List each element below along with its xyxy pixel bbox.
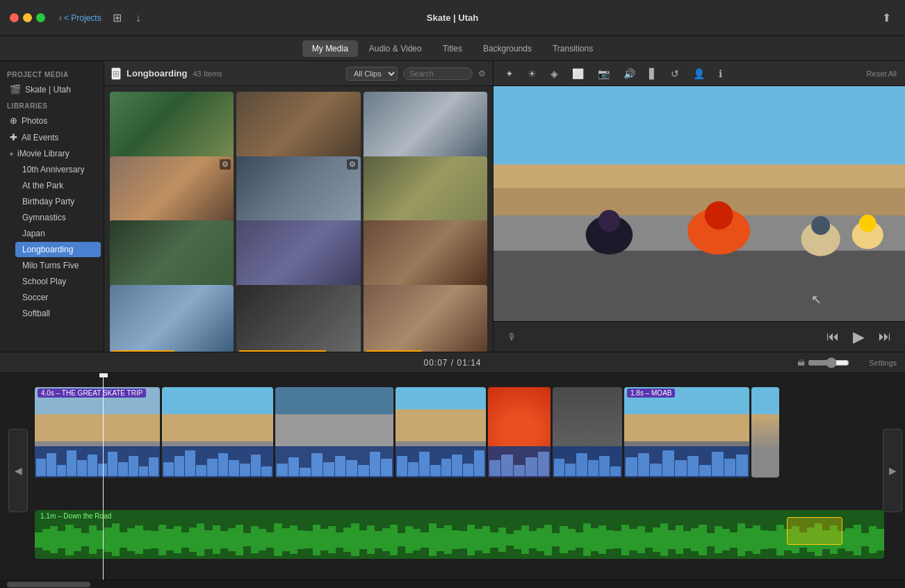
sidebar-item-10th-anniversary[interactable]: 10th Anniversary xyxy=(15,162,101,177)
tab-my-media[interactable]: My Media xyxy=(302,40,358,57)
volume-button[interactable]: 🔊 xyxy=(620,66,639,81)
color-correction-button[interactable]: ☀ xyxy=(524,66,540,81)
video-clip[interactable] xyxy=(751,387,779,477)
sidebar-item-milo-turns-five[interactable]: Milo Turns Five xyxy=(15,258,101,273)
preview-area: ↖ xyxy=(494,86,905,321)
sidebar-item-imovie-library[interactable]: ▾ iMovie Library xyxy=(3,146,101,161)
import-button[interactable]: ↓ xyxy=(133,9,144,27)
filter-icon[interactable]: ⚙ xyxy=(478,69,486,79)
clips-filter-select[interactable]: All Clips xyxy=(346,67,398,81)
info-button[interactable]: ℹ xyxy=(715,66,726,81)
video-clip[interactable] xyxy=(162,387,273,477)
thumbnail-item[interactable]: ⚙ xyxy=(110,156,234,226)
main-layout: PROJECT MEDIA 🎬 Skate | Utah LIBRARIES ⊕… xyxy=(0,61,905,352)
tab-backgrounds[interactable]: Backgrounds xyxy=(473,40,541,57)
sidebar-item-label: Japan xyxy=(22,229,45,238)
sidebar-item-project[interactable]: 🎬 Skate | Utah xyxy=(3,81,101,97)
sidebar-item-japan[interactable]: Japan xyxy=(15,226,101,241)
thumbnail-item[interactable] xyxy=(364,285,487,352)
play-pause-button[interactable]: ▶ xyxy=(850,325,867,349)
video-clip[interactable]: 4.0s – THE GREAT SKATE TRIP xyxy=(35,387,160,477)
sidebar-item-photos[interactable]: ⊕ Photos xyxy=(3,113,101,129)
timeline-settings-button[interactable]: Settings xyxy=(869,359,897,367)
timeline-container: 00:07 / 01:14 🏔 Settings ◀ 4.0s – THE GR… xyxy=(0,352,905,588)
skip-to-end-button[interactable]: ⏭ xyxy=(876,327,894,347)
gear-icon: ⚙ xyxy=(347,159,358,170)
minimize-button[interactable] xyxy=(23,13,32,22)
microphone-button[interactable]: 🎙 xyxy=(505,329,520,345)
sidebar-item-gymnastics[interactable]: Gymnastics xyxy=(15,210,101,225)
libraries-label: LIBRARIES xyxy=(0,98,104,112)
audio-waveform xyxy=(35,521,884,559)
thumbnail-item[interactable] xyxy=(364,92,487,161)
timeline-nav-left-button[interactable]: ◀ xyxy=(8,429,28,512)
grid-view-button[interactable]: ⊞ xyxy=(111,67,121,80)
thumbnail-item[interactable] xyxy=(236,285,360,352)
svg-point-9 xyxy=(705,202,733,230)
share-button[interactable]: ⬆ xyxy=(879,8,894,27)
thumbnail-item[interactable] xyxy=(110,92,234,161)
right-panel: ✦ ☀ ◈ ⬜ 📷 🔊 ▋ ↺ 👤 ℹ Reset All xyxy=(494,61,905,352)
equalizer-button[interactable]: ▋ xyxy=(646,66,660,81)
video-clip[interactable] xyxy=(396,387,486,477)
thumbnail-item[interactable] xyxy=(236,92,360,161)
playhead-line xyxy=(103,373,104,580)
clip-waveform xyxy=(488,446,551,477)
sidebar-item-softball[interactable]: Softball xyxy=(15,306,101,321)
clip-waveform xyxy=(624,446,749,477)
gear-icon: ⚙ xyxy=(220,159,231,170)
auto-enhance-button[interactable]: ✦ xyxy=(502,66,517,81)
clip-waveform xyxy=(162,446,273,477)
main-toolbar: My Media Audio & Video Titles Background… xyxy=(0,36,905,61)
sidebar-item-at-the-park[interactable]: At the Park xyxy=(15,178,101,193)
video-clip[interactable] xyxy=(488,387,551,477)
camera-button[interactable]: 📷 xyxy=(594,66,613,81)
search-input[interactable] xyxy=(403,67,473,80)
sidebar-item-label: Milo Turns Five xyxy=(22,261,79,270)
projects-button[interactable]: ‹ < Projects xyxy=(59,13,101,23)
library-view-button[interactable]: ⊞ xyxy=(110,8,124,27)
tab-audio-video[interactable]: Audio & Video xyxy=(359,40,432,57)
fullscreen-button[interactable] xyxy=(36,13,45,22)
video-clip[interactable]: 1.8s – MOAB xyxy=(624,387,749,477)
thumbnail-item[interactable]: ⚙ xyxy=(236,156,360,226)
video-clip[interactable] xyxy=(553,387,622,477)
sidebar: PROJECT MEDIA 🎬 Skate | Utah LIBRARIES ⊕… xyxy=(0,61,104,352)
color-board-button[interactable]: ◈ xyxy=(547,66,562,81)
sidebar-item-school-play[interactable]: School Play xyxy=(15,274,101,289)
viewer-controls: 🎙 ⏮ ▶ ⏭ ⤢ xyxy=(494,321,905,352)
sidebar-item-all-events[interactable]: ✚ All Events xyxy=(3,129,101,145)
people-button[interactable]: 👤 xyxy=(690,66,708,81)
zoom-slider[interactable] xyxy=(808,357,849,368)
sidebar-item-label: Soccer xyxy=(22,293,48,302)
thumbnail-item[interactable] xyxy=(110,220,234,290)
close-button[interactable] xyxy=(10,13,19,22)
scrollbar-thumb[interactable] xyxy=(7,582,90,587)
projects-label: < Projects xyxy=(64,13,101,23)
sidebar-item-birthday-party[interactable]: Birthday Party xyxy=(15,194,101,209)
thumbnail-item[interactable] xyxy=(110,285,234,352)
thumbnail-grid: ⚙ ⚙ xyxy=(104,86,493,352)
thumbnail-item[interactable] xyxy=(364,156,487,226)
tab-transitions[interactable]: Transitions xyxy=(543,40,603,57)
svg-point-11 xyxy=(811,216,830,235)
thumbnail-item[interactable] xyxy=(236,220,360,290)
thumbnail-item[interactable] xyxy=(364,220,487,290)
skip-to-start-button[interactable]: ⏮ xyxy=(824,327,842,347)
sidebar-item-soccer[interactable]: Soccer xyxy=(15,290,101,305)
video-clip[interactable] xyxy=(275,387,393,477)
clip-waveform xyxy=(275,446,393,477)
sidebar-item-longboarding[interactable]: Longboarding xyxy=(15,242,101,257)
preview-video xyxy=(494,86,905,321)
traffic-lights xyxy=(10,13,45,22)
sidebar-item-label: School Play xyxy=(22,277,66,286)
browser-count: 43 Items xyxy=(193,70,222,78)
speed-button[interactable]: ↺ xyxy=(667,66,683,81)
crop-button[interactable]: ⬜ xyxy=(569,66,587,81)
tab-titles[interactable]: Titles xyxy=(433,40,472,57)
timeline-nav-right-button[interactable]: ▶ xyxy=(883,429,902,512)
sidebar-item-label: Gymnastics xyxy=(22,213,66,222)
reset-all-button[interactable]: Reset All xyxy=(867,70,897,78)
chevron-left-icon: ‹ xyxy=(59,13,62,23)
project-media-label: PROJECT MEDIA xyxy=(0,67,104,81)
